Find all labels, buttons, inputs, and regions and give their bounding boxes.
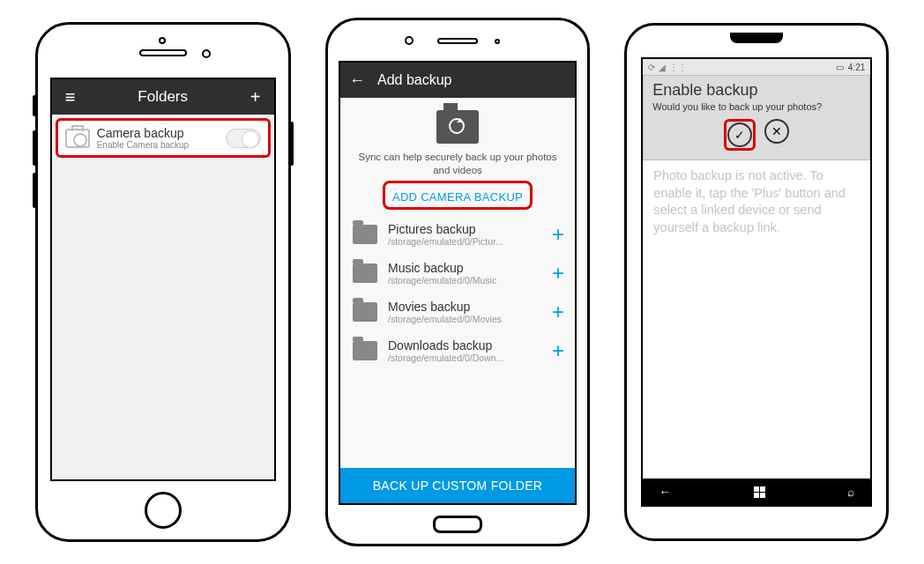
android-screen: ← Add backup Sync can help securely back… — [339, 61, 577, 505]
status-time: 4:21 — [848, 63, 865, 72]
item-title: Music backup — [388, 261, 541, 275]
android-header: ← Add backup — [340, 63, 575, 98]
winphone-navbar: ← ⌕ — [643, 479, 870, 505]
item-title: Movies backup — [388, 300, 541, 314]
iphone-front-camera — [202, 49, 211, 58]
add-camera-backup-button[interactable]: ADD CAMERA BACKUP — [385, 187, 530, 207]
volume-down-button — [33, 173, 36, 208]
confirm-highlight: ✓ — [724, 119, 756, 151]
item-path: /storage/emulated/0/Movies — [388, 314, 541, 324]
power-button — [290, 122, 294, 166]
battery-icon: ▭ — [836, 63, 844, 72]
home-button[interactable] — [145, 492, 182, 529]
item-title: Downloads backup — [388, 338, 541, 352]
camera-icon — [65, 129, 90, 148]
add-item-icon[interactable]: + — [552, 222, 564, 247]
winphone-earpiece — [730, 33, 783, 43]
volume-up-button — [33, 130, 36, 166]
android-frame: ← Add backup Sync can help securely back… — [325, 18, 590, 546]
camera-backup-row[interactable]: Camera backup Enable Camera backup — [58, 121, 268, 155]
dialog-message: Would you like to back up your photos? — [652, 101, 861, 112]
folder-icon — [353, 302, 377, 322]
nav-search-icon[interactable]: ⌕ — [847, 485, 854, 499]
item-path: /storage/emulated/0/Down... — [388, 352, 541, 363]
dialog-actions: ✓ ✕ — [652, 119, 861, 151]
folder-icon — [353, 263, 377, 283]
camera-backup-row-highlight: Camera backup Enable Camera backup — [56, 118, 271, 158]
android-home-button[interactable] — [433, 516, 482, 533]
list-item[interactable]: Downloads backup /storage/emulated/0/Dow… — [340, 331, 575, 370]
add-item-icon[interactable]: + — [552, 338, 564, 363]
add-camera-backup-highlight: ADD CAMERA BACKUP — [383, 181, 533, 210]
winphone-screen: ⟳ ◢ ⋮⋮ ▭ 4:21 Enable backup Would you li… — [641, 57, 872, 507]
item-title: Pictures backup — [388, 222, 541, 236]
sensor-dot — [159, 37, 166, 44]
backup-custom-folder-button[interactable]: BACK UP CUSTOM FOLDER — [340, 468, 575, 503]
iphone-speaker — [139, 49, 187, 56]
enable-backup-dialog: Enable backup Would you like to back up … — [643, 75, 870, 160]
list-item[interactable]: Music backup /storage/emulated/0/Music + — [340, 254, 575, 293]
close-icon: ✕ — [771, 124, 782, 138]
list-item[interactable]: Pictures backup /storage/emulated/0/Pict… — [340, 215, 575, 254]
hero-text: Sync can help securely back up your phot… — [353, 151, 563, 177]
item-path: /storage/emulated/0/Pictur... — [388, 236, 541, 247]
folder-icon — [353, 341, 377, 360]
camera-backup-subtitle: Enable Camera backup — [97, 140, 219, 150]
camera-sync-icon — [436, 110, 479, 144]
item-path: /storage/emulated/0/Music — [388, 275, 541, 286]
sync-status-icon: ⟳ — [648, 63, 655, 72]
add-icon[interactable]: + — [246, 87, 265, 108]
confirm-button[interactable]: ✓ — [727, 122, 752, 147]
folder-icon — [353, 225, 377, 244]
list-item[interactable]: Movies backup /storage/emulated/0/Movies… — [340, 293, 575, 331]
android-header-title: Add backup — [377, 72, 452, 88]
camera-backup-title: Camera backup — [97, 126, 219, 140]
check-icon: ✓ — [734, 128, 745, 142]
back-icon[interactable]: ← — [349, 71, 365, 90]
status-right: ▭ 4:21 — [836, 63, 865, 72]
cancel-button[interactable]: ✕ — [764, 119, 789, 144]
status-left-icons: ⟳ ◢ ⋮⋮ — [648, 63, 687, 72]
backup-list: Pictures backup /storage/emulated/0/Pict… — [340, 215, 575, 468]
nav-windows-icon[interactable] — [754, 486, 765, 498]
nav-back-icon[interactable]: ← — [659, 485, 671, 499]
iphone-frame: ≡ Folders + Camera backup Enable Camera … — [35, 22, 291, 542]
add-item-icon[interactable]: + — [552, 261, 564, 286]
android-speaker — [437, 38, 478, 44]
android-sensor — [495, 39, 500, 44]
wifi-icon: ⋮⋮ — [669, 63, 687, 72]
winphone-frame: ⟳ ◢ ⋮⋮ ▭ 4:21 Enable backup Would you li… — [624, 23, 889, 541]
signal-icon: ◢ — [659, 63, 666, 72]
camera-backup-texts: Camera backup Enable Camera backup — [97, 126, 219, 150]
dialog-title: Enable backup — [652, 81, 861, 100]
menu-icon[interactable]: ≡ — [61, 87, 80, 108]
camera-backup-toggle[interactable] — [226, 129, 261, 148]
body-text: Photo backup is not active. To enable it… — [643, 160, 870, 479]
iphone-screen: ≡ Folders + Camera backup Enable Camera … — [50, 78, 276, 481]
mute-switch — [33, 95, 36, 116]
header-title: Folders — [138, 88, 188, 106]
ios-header: ≡ Folders + — [52, 79, 274, 115]
android-front-camera — [405, 36, 414, 45]
status-bar: ⟳ ◢ ⋮⋮ ▭ 4:21 — [643, 59, 870, 75]
add-item-icon[interactable]: + — [552, 300, 564, 324]
hero-section: Sync can help securely back up your phot… — [340, 98, 575, 215]
